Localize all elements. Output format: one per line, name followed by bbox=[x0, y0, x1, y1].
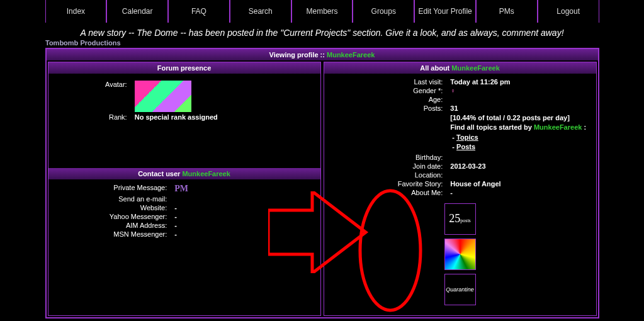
nav-logout[interactable]: Logout bbox=[538, 0, 599, 23]
aboutme-label: About Me: bbox=[327, 189, 447, 196]
gender-label: Gender *: bbox=[327, 87, 447, 94]
birthday-label: Birthday: bbox=[327, 154, 447, 161]
panel-header: Viewing profile :: MunkeeFareek bbox=[47, 49, 598, 60]
nav-search[interactable]: Search bbox=[230, 0, 291, 23]
joindate-label: Join date: bbox=[327, 162, 447, 170]
yahoo-value: - bbox=[171, 213, 317, 220]
msn-label: MSN Messenger: bbox=[51, 230, 171, 238]
favstory-value: House of Angel bbox=[446, 180, 593, 188]
joindate-value: 2012-03-23 bbox=[446, 162, 593, 170]
contact-header: Contact user MunkeeFareek bbox=[48, 168, 320, 179]
lastvisit-label: Last visit: bbox=[327, 78, 447, 86]
nav-edit-profile[interactable]: Edit Your Profile bbox=[414, 0, 476, 23]
profile-panel: Viewing profile :: MunkeeFareek Forum pr… bbox=[45, 48, 599, 318]
yahoo-label: Yahoo Messenger: bbox=[51, 213, 171, 220]
badge-25-posts: 25posts bbox=[444, 203, 476, 235]
posts-label: Posts: bbox=[327, 104, 447, 112]
avatar-image bbox=[135, 81, 191, 112]
badge-list: 25posts Quarantine bbox=[441, 203, 479, 305]
right-column: All about MunkeeFareek Last visit:Today … bbox=[324, 62, 597, 316]
left-column: Forum presence Avatar: Rank: No special … bbox=[48, 62, 321, 316]
avatar-label: Avatar: bbox=[51, 81, 131, 112]
nav-members[interactable]: Members bbox=[291, 0, 353, 23]
birthday-value bbox=[446, 154, 593, 161]
location-value bbox=[446, 171, 593, 179]
aim-label: AIM Address: bbox=[51, 222, 171, 229]
rank-label: Rank: bbox=[51, 113, 131, 121]
badge-quarantine: Quarantine bbox=[444, 274, 476, 305]
forum-presence-header: Forum presence bbox=[48, 62, 320, 74]
age-label: Age: bbox=[327, 96, 447, 103]
pm-label: Private Message: bbox=[51, 184, 171, 194]
posts-stats: [10.44% of total / 0.22 posts per day] bbox=[450, 113, 593, 123]
email-label: Send an e-mail: bbox=[51, 195, 171, 203]
nav-calendar[interactable]: Calendar bbox=[106, 0, 168, 23]
website-value: - bbox=[171, 204, 317, 211]
posts-link[interactable]: Posts bbox=[456, 143, 475, 150]
find-topics-user[interactable]: MunkeeFareek bbox=[534, 123, 582, 131]
msn-value: - bbox=[171, 230, 317, 238]
location-label: Location: bbox=[327, 171, 447, 179]
top-nav: Index Calendar FAQ Search Members Groups… bbox=[45, 0, 599, 23]
age-value bbox=[446, 96, 593, 103]
lastvisit-value: Today at 11:26 pm bbox=[446, 78, 593, 86]
site-name[interactable]: Tombomb Productions bbox=[45, 39, 644, 47]
nav-faq[interactable]: FAQ bbox=[168, 0, 230, 23]
nav-groups[interactable]: Groups bbox=[353, 0, 414, 23]
aim-value: - bbox=[171, 222, 317, 229]
favstory-label: Favorite Story: bbox=[327, 180, 447, 188]
website-label: Website: bbox=[51, 204, 171, 211]
profile-username[interactable]: MunkeeFareek bbox=[327, 51, 375, 59]
nav-pms[interactable]: PMs bbox=[476, 0, 538, 23]
nav-index[interactable]: Index bbox=[45, 0, 107, 23]
topics-link[interactable]: Topics bbox=[456, 133, 478, 141]
announcement-text: A new story -- The Dome -- has been post… bbox=[20, 28, 624, 38]
badge-rainbow bbox=[444, 239, 476, 270]
posts-value: 31 bbox=[446, 104, 593, 112]
all-about-header: All about MunkeeFareek bbox=[324, 62, 596, 74]
rank-value: No special rank assigned bbox=[131, 113, 318, 121]
aboutme-value: - bbox=[446, 189, 593, 196]
female-icon: ♀ bbox=[450, 87, 455, 94]
pm-button[interactable]: PM bbox=[174, 184, 188, 193]
